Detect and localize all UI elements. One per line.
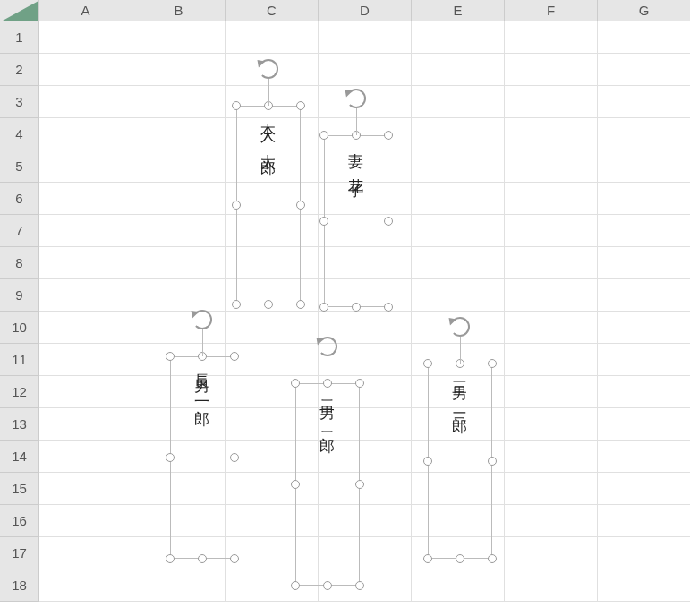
- column-header-B[interactable]: B: [132, 0, 226, 21]
- cell[interactable]: [132, 150, 226, 183]
- resize-handle[interactable]: [355, 379, 364, 388]
- row-header-13[interactable]: 13: [0, 408, 39, 441]
- resize-handle[interactable]: [323, 581, 332, 590]
- cell[interactable]: [39, 183, 132, 215]
- resize-handle[interactable]: [423, 359, 432, 368]
- resize-handle[interactable]: [296, 101, 305, 110]
- cell[interactable]: [598, 54, 690, 86]
- resize-handle[interactable]: [319, 131, 328, 140]
- cell[interactable]: [412, 183, 505, 215]
- cell[interactable]: [598, 441, 690, 473]
- resize-handle[interactable]: [319, 217, 328, 226]
- resize-handle[interactable]: [384, 303, 393, 312]
- rotation-handle-icon[interactable]: [192, 310, 212, 329]
- column-header-G[interactable]: G: [598, 0, 690, 21]
- row-header-11[interactable]: 11: [0, 344, 39, 376]
- shape-text[interactable]: 本人 太郎: [236, 106, 301, 304]
- shape-text[interactable]: 二男 二郎: [295, 383, 360, 586]
- text-shape[interactable]: 妻 花子: [324, 135, 388, 307]
- cell[interactable]: [598, 279, 690, 312]
- column-header-D[interactable]: D: [319, 0, 412, 21]
- column-header-E[interactable]: E: [412, 0, 505, 21]
- cell[interactable]: [505, 344, 598, 376]
- cell[interactable]: [39, 150, 132, 183]
- row-header-8[interactable]: 8: [0, 247, 39, 279]
- cell[interactable]: [39, 569, 132, 602]
- cell[interactable]: [505, 537, 598, 569]
- cell[interactable]: [505, 21, 598, 54]
- select-all-corner[interactable]: [0, 0, 39, 21]
- cell[interactable]: [132, 569, 226, 602]
- resize-handle[interactable]: [291, 379, 300, 388]
- row-header-17[interactable]: 17: [0, 537, 39, 569]
- cell[interactable]: [598, 215, 690, 247]
- row-header-15[interactable]: 15: [0, 473, 39, 505]
- cell[interactable]: [598, 247, 690, 279]
- cell[interactable]: [39, 441, 132, 473]
- cell[interactable]: [412, 215, 505, 247]
- rotation-handle-icon[interactable]: [346, 89, 366, 108]
- resize-handle[interactable]: [166, 352, 175, 361]
- cell[interactable]: [132, 247, 226, 279]
- resize-handle[interactable]: [384, 217, 393, 226]
- resize-handle[interactable]: [291, 480, 300, 489]
- cell[interactable]: [39, 473, 132, 505]
- shape-text[interactable]: 妻 花子: [324, 135, 388, 307]
- shape-text[interactable]: 三男 三郎: [428, 364, 492, 559]
- cell[interactable]: [598, 537, 690, 569]
- resize-handle[interactable]: [296, 201, 305, 210]
- row-header-3[interactable]: 3: [0, 86, 39, 118]
- rotation-handle-icon[interactable]: [450, 317, 470, 337]
- cell[interactable]: [505, 473, 598, 505]
- text-shape[interactable]: 二男 二郎: [295, 383, 360, 586]
- cell[interactable]: [39, 118, 132, 150]
- cell[interactable]: [226, 312, 319, 344]
- cell[interactable]: [598, 86, 690, 118]
- row-header-14[interactable]: 14: [0, 441, 39, 473]
- cell[interactable]: [598, 569, 690, 602]
- cell[interactable]: [598, 118, 690, 150]
- cell[interactable]: [132, 86, 226, 118]
- resize-handle[interactable]: [319, 303, 328, 312]
- text-shape[interactable]: 本人 太郎: [236, 106, 301, 304]
- cell[interactable]: [505, 183, 598, 215]
- cell[interactable]: [412, 569, 505, 602]
- cell[interactable]: [505, 86, 598, 118]
- cell[interactable]: [505, 54, 598, 86]
- cell[interactable]: [505, 247, 598, 279]
- resize-handle[interactable]: [232, 201, 241, 210]
- cell[interactable]: [598, 473, 690, 505]
- cell[interactable]: [132, 183, 226, 215]
- cell[interactable]: [505, 505, 598, 537]
- resize-handle[interactable]: [456, 554, 464, 563]
- resize-handle[interactable]: [232, 101, 241, 110]
- cell[interactable]: [39, 54, 132, 86]
- resize-handle[interactable]: [384, 131, 393, 140]
- resize-handle[interactable]: [264, 300, 273, 309]
- resize-handle[interactable]: [198, 554, 207, 563]
- cell[interactable]: [505, 150, 598, 183]
- resize-handle[interactable]: [230, 453, 239, 462]
- cell[interactable]: [598, 21, 690, 54]
- row-header-4[interactable]: 4: [0, 118, 39, 150]
- rotation-handle-icon[interactable]: [318, 337, 337, 356]
- row-header-2[interactable]: 2: [0, 54, 39, 86]
- cell[interactable]: [39, 279, 132, 312]
- cell[interactable]: [505, 118, 598, 150]
- resize-handle[interactable]: [355, 480, 364, 489]
- cell[interactable]: [39, 376, 132, 408]
- row-header-9[interactable]: 9: [0, 279, 39, 312]
- resize-handle[interactable]: [296, 300, 305, 309]
- resize-handle[interactable]: [291, 581, 300, 590]
- column-header-A[interactable]: A: [39, 0, 132, 21]
- row-header-7[interactable]: 7: [0, 215, 39, 247]
- cell[interactable]: [598, 312, 690, 344]
- cell[interactable]: [39, 215, 132, 247]
- cell[interactable]: [505, 279, 598, 312]
- cell[interactable]: [598, 408, 690, 441]
- row-header-6[interactable]: 6: [0, 183, 39, 215]
- cell[interactable]: [226, 344, 319, 376]
- cell[interactable]: [319, 21, 412, 54]
- resize-handle[interactable]: [488, 554, 497, 563]
- resize-handle[interactable]: [355, 581, 364, 590]
